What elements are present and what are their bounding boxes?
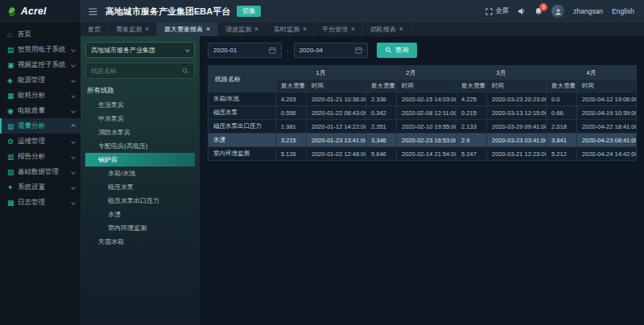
tab[interactable]: 最大需量报表× [157, 23, 218, 36]
time-cell: 2020-03-21 12:23:00 [487, 147, 547, 161]
demand-cell: 2.133 [456, 120, 487, 134]
tree-item[interactable]: 水浸 [85, 208, 195, 221]
end-date-picker[interactable]: 2020-04 [294, 43, 368, 58]
tree-item[interactable]: 消防水泵房 [85, 125, 195, 139]
sidebar-item[interactable]: ▣视频监控子系统 [0, 57, 80, 72]
sidebar-item[interactable]: ▧需量分析 [0, 118, 80, 134]
tab[interactable]: 首页 [80, 23, 109, 36]
power-quality-icon: ◉ [7, 107, 18, 115]
time-cell: 2020-02-14 21:54:00 [397, 147, 456, 161]
speaker-icon[interactable] [518, 7, 526, 15]
calendar-icon [269, 47, 276, 54]
time-cell: 2020-02-15 14:03:00 [397, 93, 456, 106]
brand-name: Acrel [21, 6, 47, 17]
sidebar-item[interactable]: ▤智慧用电子系统 [0, 42, 80, 57]
time-cell: 2020-03-13 12:15:00 [487, 106, 547, 120]
tree-item[interactable]: 稳压水泵出口压力 [85, 194, 195, 208]
column-group-month: 4月 [547, 66, 637, 80]
sidebar-item[interactable]: ▨基础数据管理 [0, 164, 80, 179]
tab[interactable]: 损耗报表× [363, 23, 411, 36]
demand-cell: 0.342 [366, 106, 397, 120]
line-name-cell: 稳压水泵出口压力 [208, 120, 276, 134]
sidebar-item[interactable]: ⚙运维管理 [0, 134, 80, 149]
tree-item[interactable]: 水箱/水池 [85, 167, 195, 180]
notifications-button[interactable]: 9 [535, 7, 543, 15]
tree-item[interactable]: 锅炉房 [85, 153, 195, 167]
search-input[interactable] [91, 68, 179, 75]
sidebar-item[interactable]: ◉电能质量 [0, 103, 80, 118]
sidebar-item-label: 电能质量 [18, 106, 72, 116]
tree-root-node[interactable]: 所有线路 [87, 86, 193, 96]
sidebar-item[interactable]: ▦能耗分析 [0, 88, 80, 103]
sidebar-item-label: 首页 [18, 30, 75, 39]
tree-item[interactable]: 中水泵房 [85, 112, 195, 125]
tab[interactable]: 实时监测× [266, 23, 315, 36]
time-cell: 2020-01-21 10:36:00 [307, 93, 366, 106]
username[interactable]: zhangsan [573, 7, 603, 15]
avatar[interactable] [551, 5, 564, 18]
language-switch[interactable]: English [612, 7, 634, 15]
hamburger-icon[interactable] [89, 8, 97, 15]
sidebar-item[interactable]: ▥报告分析 [0, 149, 80, 164]
column-header-time: 时间 [307, 80, 366, 93]
tab[interactable]: 平台管理× [315, 23, 363, 36]
time-cell: 2020-02-08 12:11:00 [397, 106, 456, 120]
time-cell: 2020-01-22 08:43:00 [307, 106, 366, 120]
start-date-picker[interactable]: 2020-01 [208, 43, 282, 58]
close-icon[interactable]: × [399, 26, 403, 33]
tab[interactable]: 谐波监测× [218, 23, 266, 36]
close-icon[interactable]: × [145, 26, 149, 33]
tab-label: 平台管理 [322, 25, 348, 34]
query-toolbar: 2020-01 - 2020-04 查询 [208, 43, 636, 58]
tree-item[interactable]: 天面水箱 [85, 235, 195, 249]
tree-item[interactable]: 稳压水泵 [85, 180, 195, 194]
time-cell: 2020-03-23 20:23:00 [487, 93, 547, 106]
report-icon: ▥ [7, 153, 18, 161]
query-button[interactable]: 查询 [377, 43, 417, 58]
sidebar-menu: ⌂首页▤智慧用电子系统▣视频监控子系统◈能源管理▦能耗分析◉电能质量▧需量分析⚙… [0, 23, 80, 210]
page-title: 高地城市服务产业集团EBA平台 [105, 6, 230, 18]
sidebar-item-label: 系统设置 [18, 183, 72, 192]
table-row[interactable]: 室内环境监测5.1262020-01-02 12:48:005.6462020-… [208, 147, 637, 161]
org-select-value: 高地城市服务产业集团 [91, 46, 155, 55]
table-row[interactable]: 水浸3.2152020-01-23 13:41:003.3462020-02-2… [208, 134, 637, 147]
close-icon[interactable]: × [303, 26, 307, 33]
start-date-value: 2020-01 [213, 47, 237, 54]
sidebar-item[interactable]: ▩日志管理 [0, 195, 80, 210]
line-tree: 生活泵房中水泵房消防水泵房专配电房(高低压)锅炉房水箱/水池稳压水泵稳压水泵出口… [85, 98, 195, 249]
table-header: 线路名称1月2月3月4月最大需量时间最大需量时间最大需量时间最大需量时间 [208, 66, 637, 93]
demand-cell: 2.351 [366, 120, 397, 134]
operations-icon: ⚙ [7, 138, 18, 146]
tab-bar: 首页需量监测×最大需量报表×谐波监测×实时监测×平台管理×损耗报表× [80, 23, 644, 36]
close-icon[interactable]: × [351, 26, 355, 33]
sidebar-item[interactable]: ⌂首页 [0, 27, 80, 42]
column-header-max-demand: 最大需量 [547, 80, 577, 93]
time-cell: 2020-01-02 12:48:00 [307, 147, 366, 161]
time-cell: 2020-02-10 19:55:00 [397, 120, 456, 134]
sidebar-item-label: 基础数据管理 [18, 167, 72, 177]
close-icon[interactable]: × [206, 26, 210, 33]
switch-button[interactable]: 切换 [237, 6, 261, 17]
tree-item[interactable]: 专配电房(高低压) [85, 139, 195, 153]
demand-cell: 4.225 [456, 93, 487, 106]
chevron-down-icon [71, 185, 76, 190]
org-select[interactable]: 高地城市服务产业集团 [85, 42, 195, 58]
sidebar-item[interactable]: ✦系统设置 [0, 179, 80, 195]
table-body: 水箱/水池4.2032020-01-21 10:36:002.3362020-0… [208, 93, 637, 161]
tree-item[interactable]: 室内环境监测 [85, 221, 195, 235]
sidebar-item-label: 智慧用电子系统 [18, 45, 72, 55]
line-tree-panel: 高地城市服务产业集团 所有线路 生活泵房中水泵房消防水泵房专配电房(高低压)锅炉… [80, 36, 200, 325]
tree-item[interactable]: 生活泵房 [85, 98, 195, 112]
settings-icon: ✦ [7, 183, 18, 191]
line-name-cell: 室内环境监测 [208, 147, 276, 161]
sidebar-item[interactable]: ◈能源管理 [0, 72, 80, 88]
demand-cell: 0.0 [547, 93, 577, 106]
search-icon[interactable] [182, 68, 189, 75]
fullscreen-button[interactable]: 全屏 [485, 6, 509, 16]
table-row[interactable]: 稳压水泵出口压力1.9812020-01-12 14:22:002.351202… [208, 120, 637, 134]
tab[interactable]: 需量监测× [109, 23, 157, 36]
table-row[interactable]: 稳压水泵0.5562020-01-22 08:43:000.3422020-02… [208, 106, 637, 120]
line-name-cell: 水浸 [208, 134, 276, 147]
table-row[interactable]: 水箱/水池4.2032020-01-21 10:36:002.3362020-0… [208, 93, 637, 106]
close-icon[interactable]: × [254, 26, 258, 33]
